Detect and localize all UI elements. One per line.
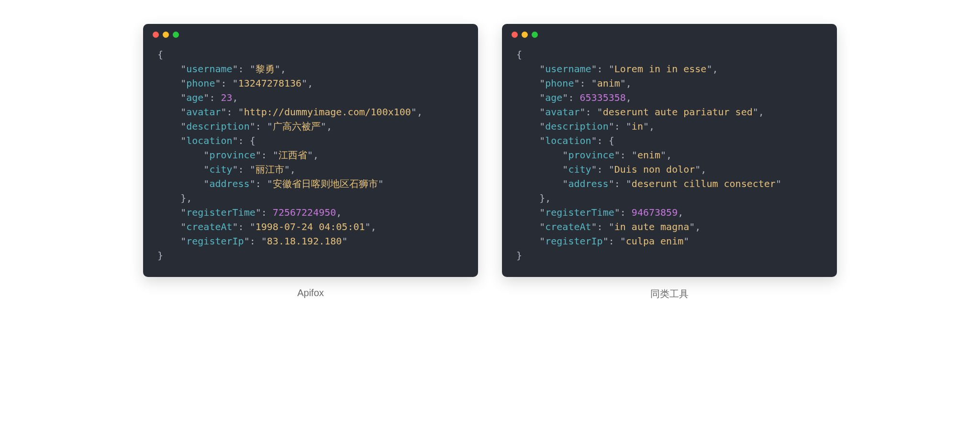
json-code-left: { "username": "黎勇", "phone": "1324727813… xyxy=(143,38,478,277)
value-username: Lorem in in esse xyxy=(614,63,707,75)
value-age: 65335358 xyxy=(579,92,625,103)
left-panel: { "username": "黎勇", "phone": "1324727813… xyxy=(143,24,478,298)
maximize-icon xyxy=(173,32,179,38)
value-phone: 13247278136 xyxy=(238,77,301,89)
value-avatar: http://dummyimage.com/100x100 xyxy=(244,106,411,118)
window-controls xyxy=(143,24,478,38)
code-window-left: { "username": "黎勇", "phone": "1324727813… xyxy=(143,24,478,277)
code-window-right: { "username": "Lorem in in esse", "phone… xyxy=(502,24,837,277)
window-controls xyxy=(502,24,837,38)
value-avatar: deserunt aute pariatur sed xyxy=(603,106,753,118)
close-icon xyxy=(153,32,159,38)
maximize-icon xyxy=(532,32,538,38)
value-age: 23 xyxy=(221,92,232,103)
value-registerTime: 94673859 xyxy=(632,207,678,218)
value-province: enim xyxy=(637,149,660,161)
value-username: 黎勇 xyxy=(256,63,275,75)
value-registerIp: 83.18.192.180 xyxy=(267,235,342,247)
value-address: 安徽省日喀则地区石狮市 xyxy=(273,178,378,189)
value-registerTime: 72567224950 xyxy=(273,207,336,218)
value-createAt: in aute magna xyxy=(614,221,690,232)
close-icon xyxy=(512,32,518,38)
caption-left: Apifox xyxy=(297,287,324,298)
caption-right: 同类工具 xyxy=(650,287,689,300)
json-code-right: { "username": "Lorem in in esse", "phone… xyxy=(502,38,837,277)
value-registerIp: culpa enim xyxy=(626,235,683,247)
value-createAt: 1998-07-24 04:05:01 xyxy=(256,221,365,232)
value-description: 广高六被严 xyxy=(273,121,321,132)
minimize-icon xyxy=(163,32,169,38)
value-province: 江西省 xyxy=(278,149,307,161)
value-description: in xyxy=(632,121,643,132)
value-address: deserunt cillum consecter xyxy=(632,178,776,189)
value-phone: anim xyxy=(597,77,620,89)
value-city: Duis non dolor xyxy=(614,164,695,175)
value-city: 丽江市 xyxy=(256,164,284,175)
right-panel: { "username": "Lorem in in esse", "phone… xyxy=(502,24,837,300)
minimize-icon xyxy=(522,32,528,38)
